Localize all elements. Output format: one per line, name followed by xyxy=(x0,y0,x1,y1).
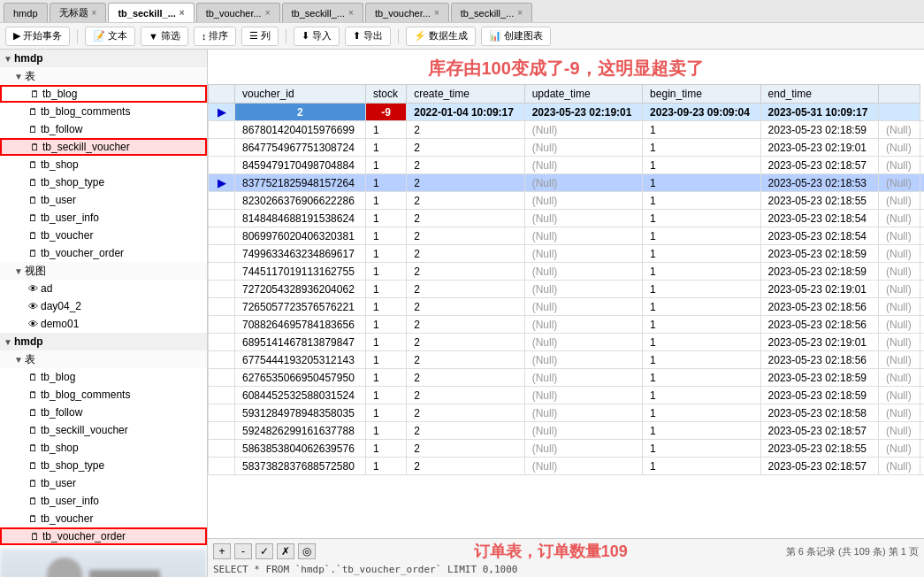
col-header-voucher-id[interactable]: voucher_id xyxy=(235,85,366,104)
sidebar-item-tb-user-info-2[interactable]: 🗒 tb_user_info xyxy=(0,492,207,510)
filter-button[interactable]: ▼ 筛选 xyxy=(141,27,188,46)
subsection-label: 表 xyxy=(25,352,35,367)
create-chart-button[interactable]: 📊 创建图表 xyxy=(481,27,551,46)
export-button[interactable]: ⬆ 导出 xyxy=(345,27,391,46)
tab-seckill-1[interactable]: tb_seckill_... × xyxy=(108,3,194,22)
table-row[interactable]: 5924826299161637788 1 2 (Null) 1 2023-05… xyxy=(209,422,925,440)
confirm-button[interactable]: ✓ xyxy=(256,543,273,559)
sidebar-section-hmdp1[interactable]: ▼ hmdp xyxy=(0,50,207,67)
cell-v3: 1 xyxy=(643,298,760,316)
cell-v3: 1 xyxy=(643,422,760,440)
remove-row-button[interactable]: - xyxy=(234,543,252,559)
tab-close-icon[interactable]: × xyxy=(348,8,354,18)
sidebar-item-tb-blog-2[interactable]: 🗒 tb_blog xyxy=(0,368,207,386)
table-row[interactable]: ▶ 8377521825948157264 1 2 (Null) 1 2023-… xyxy=(209,174,925,192)
sidebar-item-tb-blog[interactable]: 🗒 tb_blog xyxy=(0,85,207,103)
sidebar-item-tb-shop[interactable]: 🗒 tb_shop xyxy=(0,156,207,173)
add-row-button[interactable]: + xyxy=(213,543,231,559)
table-icon: 🗒 xyxy=(30,142,40,152)
table-row[interactable]: 5863853804062639576 1 2 (Null) 1 2023-05… xyxy=(209,440,925,458)
col-header-stock[interactable]: stock xyxy=(365,85,406,104)
sidebar-item-tb-voucher-order-highlighted[interactable]: 🗒 tb_voucher_order xyxy=(0,527,207,545)
cell-v2: 2 xyxy=(407,192,524,210)
table-icon: 🗒 xyxy=(28,159,38,170)
table-row[interactable]: 7265057723576576221 1 2 (Null) 1 2023-05… xyxy=(209,298,925,316)
col-header-end-time[interactable]: end_time xyxy=(760,85,878,104)
table-row[interactable]: 6276535066950457950 1 2 (Null) 1 2023-05… xyxy=(209,369,925,387)
sidebar-item-tb-blog-comments-2[interactable]: 🗒 tb_blog_comments xyxy=(0,386,207,404)
table-row[interactable]: 5837382837688572580 1 2 (Null) 1 2023-05… xyxy=(209,458,925,475)
cell-v1: 1 xyxy=(365,210,406,227)
sort-button[interactable]: ↕ 排序 xyxy=(194,27,237,46)
cell-null3: (Null) xyxy=(920,334,924,351)
table-row[interactable]: 6775444193205312143 1 2 (Null) 1 2023-05… xyxy=(209,351,925,369)
cell-null1: (Null) xyxy=(524,422,642,440)
table-row[interactable]: 8148484688191538624 1 2 (Null) 1 2023-05… xyxy=(209,210,925,227)
expand-arrow-icon: ▼ xyxy=(4,54,12,64)
user-avatar-area xyxy=(0,549,207,577)
sidebar-item-tb-voucher-order-1[interactable]: 🗒 tb_voucher_order xyxy=(0,244,207,262)
cell-v2: 2 xyxy=(407,440,524,458)
import-icon: ⬇ xyxy=(302,30,309,42)
cell-time: 2023-05-23 02:18:59 xyxy=(760,121,878,139)
table-row[interactable]: 7499633463234869617 1 2 (Null) 1 2023-05… xyxy=(209,245,925,263)
sidebar-item-tb-voucher-2[interactable]: 🗒 tb_voucher xyxy=(0,510,207,527)
col-header-update-time[interactable]: update_time xyxy=(524,85,642,104)
sidebar-item-tb-shop-2[interactable]: 🗒 tb_shop xyxy=(0,439,207,457)
tab-close-icon[interactable]: × xyxy=(179,8,185,18)
refresh-button[interactable]: ◎ xyxy=(298,543,316,559)
tab-untitled[interactable]: 无标题 × xyxy=(50,3,107,22)
tab-voucher-1[interactable]: tb_voucher... × xyxy=(196,3,280,22)
cell-null2: (Null) xyxy=(879,227,920,245)
col-header-begin-time[interactable]: begin_time xyxy=(643,85,760,104)
table-row-top[interactable]: ▶ 2 -9 2022-01-04 10:09:17 2023-05-23 02… xyxy=(209,104,925,121)
tab-seckill-3[interactable]: tb_seckill_... × xyxy=(451,3,532,22)
cell-v2: 2 xyxy=(407,174,524,192)
start-transaction-button[interactable]: ▶ 开始事务 xyxy=(5,27,70,46)
table-row[interactable]: 7272054328936204062 1 2 (Null) 1 2023-05… xyxy=(209,281,925,298)
import-button[interactable]: ⬇ 导入 xyxy=(294,27,340,46)
expand-arrow-icon: ▼ xyxy=(14,266,23,276)
table-row[interactable]: 8647754967751308724 1 2 (Null) 1 2023-05… xyxy=(209,139,925,157)
sidebar-item-tb-user[interactable]: 🗒 tb_user xyxy=(0,191,207,209)
table-row[interactable]: 8678014204015976699 1 2 (Null) 1 2023-05… xyxy=(209,121,925,139)
table-row[interactable]: 6895141467813879847 1 2 (Null) 1 2023-05… xyxy=(209,334,925,351)
tab-hmdp[interactable]: hmdp xyxy=(4,3,48,22)
sidebar-item-tb-blog-comments[interactable]: 🗒 tb_blog_comments xyxy=(0,103,207,120)
sidebar-subsection-tables2[interactable]: ▼ 表 xyxy=(0,350,207,368)
sidebar-item-tb-voucher[interactable]: 🗒 tb_voucher xyxy=(0,227,207,244)
sidebar-item-demo01[interactable]: 👁 demo01 xyxy=(0,315,207,333)
table-row[interactable]: 8230266376906622286 1 2 (Null) 1 2023-05… xyxy=(209,192,925,210)
table-row[interactable]: 7088264695784183656 1 2 (Null) 1 2023-05… xyxy=(209,316,925,334)
sidebar-section-hmdp2[interactable]: ▼ hmdp xyxy=(0,333,207,350)
sidebar-item-tb-follow[interactable]: 🗒 tb_follow xyxy=(0,120,207,138)
table-row[interactable]: 7445117019113162755 1 2 (Null) 1 2023-05… xyxy=(209,263,925,281)
sidebar-subsection-tables1[interactable]: ▼ 表 xyxy=(0,67,207,85)
cancel-button[interactable]: ✗ xyxy=(277,543,294,559)
sidebar-item-tb-seckill-voucher-2[interactable]: 🗒 tb_seckill_voucher xyxy=(0,421,207,439)
table-row[interactable]: 5931284978948358035 1 2 (Null) 1 2023-05… xyxy=(209,404,925,422)
table-row[interactable]: 6084452532588031524 1 2 (Null) 1 2023-05… xyxy=(209,387,925,404)
sidebar-item-tb-user-2[interactable]: 🗒 tb_user xyxy=(0,474,207,492)
sidebar-item-ad[interactable]: 👁 ad xyxy=(0,280,207,297)
table-row[interactable]: 8069976020406320381 1 2 (Null) 1 2023-05… xyxy=(209,227,925,245)
sidebar-item-tb-seckill-voucher-highlighted[interactable]: 🗒 tb_seckill_voucher xyxy=(0,138,207,156)
data-generate-button[interactable]: ⚡ 数据生成 xyxy=(406,27,476,46)
sidebar-subsection-views[interactable]: ▼ 视图 xyxy=(0,262,207,280)
column-button[interactable]: ☰ 列 xyxy=(241,27,279,46)
tab-close-icon[interactable]: × xyxy=(434,8,439,18)
tab-seckill-2[interactable]: tb_seckill_... × xyxy=(282,3,363,22)
tab-close-icon[interactable]: × xyxy=(517,8,523,18)
table-row[interactable]: 8459479170498704884 1 2 (Null) 1 2023-05… xyxy=(209,157,925,174)
text-button[interactable]: 📝 文本 xyxy=(85,27,135,46)
tab-close-icon[interactable]: × xyxy=(265,8,271,18)
sidebar-item-day04-2[interactable]: 👁 day04_2 xyxy=(0,297,207,315)
tab-close-icon[interactable]: × xyxy=(92,8,97,18)
tab-voucher-2[interactable]: tb_voucher... × xyxy=(365,3,449,22)
sidebar-item-tb-user-info[interactable]: 🗒 tb_user_info xyxy=(0,209,207,227)
sidebar-item-tb-follow-2[interactable]: 🗒 tb_follow xyxy=(0,404,207,421)
sidebar-item-tb-shop-type-2[interactable]: 🗒 tb_shop_type xyxy=(0,457,207,474)
data-table-container[interactable]: voucher_id stock create_time update_time… xyxy=(208,84,924,538)
sidebar-item-tb-shop-type[interactable]: 🗒 tb_shop_type xyxy=(0,173,207,191)
col-header-create-time[interactable]: create_time xyxy=(407,85,524,104)
